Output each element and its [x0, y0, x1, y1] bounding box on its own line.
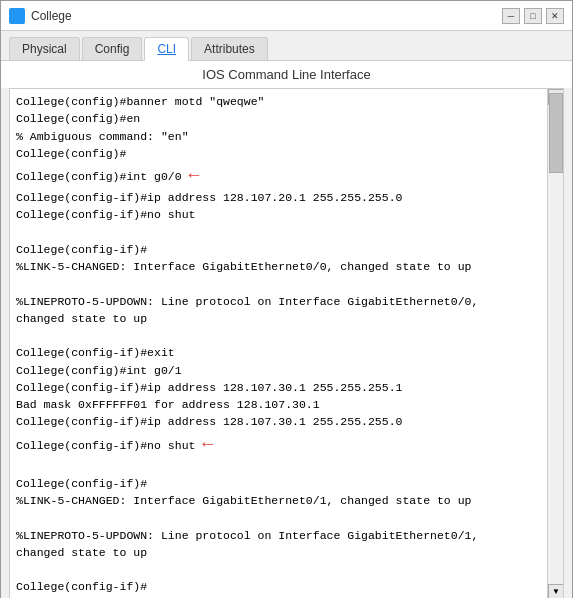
title-bar: College ─ □ ✕	[1, 1, 572, 31]
cli-line: %LINEPROTO-5-UPDOWN: Line protocol on In…	[16, 295, 478, 308]
arrow-icon: ←	[202, 434, 213, 454]
cli-line: College(config-if)#no shut ←	[16, 439, 213, 452]
tab-attributes[interactable]: Attributes	[191, 37, 268, 60]
cli-area: College(config)#banner motd "qweqwe" Col…	[9, 88, 564, 598]
cli-line: College(config)#en	[16, 112, 140, 125]
maximize-button[interactable]: □	[524, 8, 542, 24]
cli-line: College(config)#int g0/0 ←	[16, 170, 199, 183]
close-button[interactable]: ✕	[546, 8, 564, 24]
cli-line: College(config-if)#ip address 128.107.20…	[16, 191, 402, 204]
tab-config[interactable]: Config	[82, 37, 143, 60]
window-controls: ─ □ ✕	[502, 8, 564, 24]
cli-line: College(config)#int g0/1	[16, 364, 182, 377]
cli-line: % Ambiguous command: "en"	[16, 130, 189, 143]
cli-line: College(config)#banner motd "qweqwe"	[16, 95, 264, 108]
cli-line: College(config)#	[16, 147, 126, 160]
cli-line: College(config-if)#ip address 128.107.30…	[16, 415, 402, 428]
cli-output[interactable]: College(config)#banner motd "qweqwe" Col…	[10, 89, 547, 598]
cli-line: %LINK-5-CHANGED: Interface GigabitEthern…	[16, 494, 471, 507]
cli-line: %LINK-5-CHANGED: Interface GigabitEthern…	[16, 260, 471, 273]
cli-line: College(config-if)#ip address 128.107.30…	[16, 381, 402, 394]
tab-physical[interactable]: Physical	[9, 37, 80, 60]
panel-title: IOS Command Line Interface	[1, 61, 572, 88]
main-window: College ─ □ ✕ Physical Config CLI Attrib…	[0, 0, 573, 598]
arrow-icon: ←	[189, 165, 200, 185]
cli-line: College(config-if)#no shut	[16, 208, 195, 221]
cli-line: Bad mask 0xFFFFFF01 for address 128.107.…	[16, 398, 320, 411]
cli-line: %LINEPROTO-5-UPDOWN: Line protocol on In…	[16, 529, 478, 542]
tab-cli[interactable]: CLI	[144, 37, 189, 61]
minimize-button[interactable]: ─	[502, 8, 520, 24]
cli-line: College(config-if)#	[16, 580, 147, 593]
cli-line: changed state to up	[16, 312, 147, 325]
scrollbar-thumb[interactable]	[549, 93, 563, 173]
cli-line: changed state to up	[16, 546, 147, 559]
cli-line: College(config-if)#	[16, 477, 147, 490]
cli-line: College(config-if)#exit	[16, 346, 175, 359]
cli-line: College(config-if)#	[16, 243, 147, 256]
window-title: College	[31, 9, 502, 23]
app-icon	[9, 8, 25, 24]
scrollbar-track[interactable]: ▲ ▼	[547, 89, 563, 598]
scrollbar-down-button[interactable]: ▼	[548, 584, 564, 599]
tabs-bar: Physical Config CLI Attributes	[1, 31, 572, 61]
